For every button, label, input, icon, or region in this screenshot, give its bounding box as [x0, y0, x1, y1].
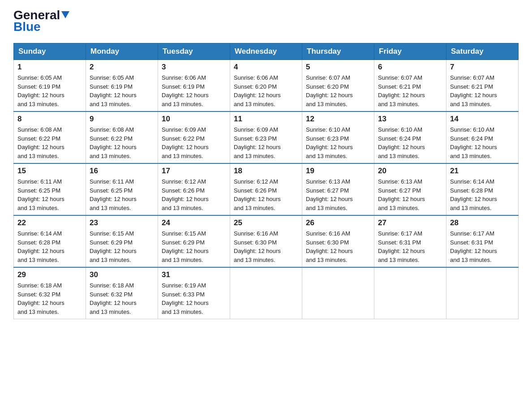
day-number: 9: [90, 115, 154, 124]
calendar-cell: 9 Sunrise: 6:08 AMSunset: 6:22 PMDayligh…: [86, 111, 158, 163]
weekday-header-sunday: Sunday: [14, 43, 86, 60]
calendar-cell: 3 Sunrise: 6:06 AMSunset: 6:19 PMDayligh…: [158, 60, 230, 112]
day-info: Sunrise: 6:07 AMSunset: 6:20 PMDaylight:…: [306, 73, 370, 108]
calendar-cell: 6 Sunrise: 6:07 AMSunset: 6:21 PMDayligh…: [374, 60, 446, 112]
week-row-5: 29 Sunrise: 6:18 AMSunset: 6:32 PMDaylig…: [14, 267, 519, 319]
day-number: 2: [90, 63, 154, 72]
day-info: Sunrise: 6:15 AMSunset: 6:29 PMDaylight:…: [90, 229, 154, 264]
calendar-cell: 5 Sunrise: 6:07 AMSunset: 6:20 PMDayligh…: [302, 60, 374, 112]
day-info: Sunrise: 6:16 AMSunset: 6:30 PMDaylight:…: [306, 229, 370, 264]
day-info: Sunrise: 6:13 AMSunset: 6:27 PMDaylight:…: [378, 177, 442, 212]
day-info: Sunrise: 6:12 AMSunset: 6:26 PMDaylight:…: [162, 177, 226, 212]
calendar-cell: 7 Sunrise: 6:07 AMSunset: 6:21 PMDayligh…: [446, 60, 519, 112]
weekday-header-monday: Monday: [86, 43, 158, 60]
day-info: Sunrise: 6:11 AMSunset: 6:25 PMDaylight:…: [90, 177, 154, 212]
calendar-cell: 1 Sunrise: 6:05 AMSunset: 6:19 PMDayligh…: [14, 60, 86, 112]
calendar-cell: 28 Sunrise: 6:17 AMSunset: 6:31 PMDaylig…: [446, 215, 519, 267]
calendar-cell: 12 Sunrise: 6:10 AMSunset: 6:23 PMDaylig…: [302, 111, 374, 163]
day-info: Sunrise: 6:06 AMSunset: 6:19 PMDaylight:…: [162, 73, 226, 108]
day-number: 14: [450, 115, 515, 124]
calendar-cell: [302, 267, 374, 319]
weekday-header-wednesday: Wednesday: [230, 43, 302, 60]
calendar-cell: [446, 267, 519, 319]
calendar-cell: 4 Sunrise: 6:06 AMSunset: 6:20 PMDayligh…: [230, 60, 302, 112]
calendar-cell: 19 Sunrise: 6:13 AMSunset: 6:27 PMDaylig…: [302, 163, 374, 215]
day-info: Sunrise: 6:09 AMSunset: 6:22 PMDaylight:…: [162, 125, 226, 160]
day-number: 22: [17, 218, 82, 227]
calendar-cell: 27 Sunrise: 6:17 AMSunset: 6:31 PMDaylig…: [374, 215, 446, 267]
weekday-header-friday: Friday: [374, 43, 446, 60]
day-number: 30: [90, 270, 154, 279]
day-number: 21: [450, 167, 515, 176]
logo: General Blue: [13, 9, 70, 34]
day-info: Sunrise: 6:14 AMSunset: 6:28 PMDaylight:…: [450, 177, 515, 212]
day-number: 7: [450, 63, 515, 72]
calendar-cell: 25 Sunrise: 6:16 AMSunset: 6:30 PMDaylig…: [230, 215, 302, 267]
day-number: 31: [162, 270, 226, 279]
day-number: 10: [162, 115, 226, 124]
calendar-cell: 8 Sunrise: 6:08 AMSunset: 6:22 PMDayligh…: [14, 111, 86, 163]
day-info: Sunrise: 6:18 AMSunset: 6:32 PMDaylight:…: [90, 281, 154, 316]
calendar-cell: 17 Sunrise: 6:12 AMSunset: 6:26 PMDaylig…: [158, 163, 230, 215]
calendar-cell: 22 Sunrise: 6:14 AMSunset: 6:28 PMDaylig…: [14, 215, 86, 267]
calendar-cell: 24 Sunrise: 6:15 AMSunset: 6:29 PMDaylig…: [158, 215, 230, 267]
calendar-cell: 13 Sunrise: 6:10 AMSunset: 6:24 PMDaylig…: [374, 111, 446, 163]
day-number: 23: [90, 218, 154, 227]
day-info: Sunrise: 6:12 AMSunset: 6:26 PMDaylight:…: [234, 177, 298, 212]
day-number: 25: [234, 218, 298, 227]
week-row-2: 8 Sunrise: 6:08 AMSunset: 6:22 PMDayligh…: [14, 111, 519, 163]
calendar-cell: 18 Sunrise: 6:12 AMSunset: 6:26 PMDaylig…: [230, 163, 302, 215]
day-number: 17: [162, 167, 226, 176]
calendar-cell: 26 Sunrise: 6:16 AMSunset: 6:30 PMDaylig…: [302, 215, 374, 267]
day-info: Sunrise: 6:18 AMSunset: 6:32 PMDaylight:…: [17, 281, 82, 316]
day-info: Sunrise: 6:11 AMSunset: 6:25 PMDaylight:…: [17, 177, 82, 212]
logo-blue-text: Blue: [13, 20, 41, 34]
day-info: Sunrise: 6:10 AMSunset: 6:23 PMDaylight:…: [306, 125, 370, 160]
day-info: Sunrise: 6:07 AMSunset: 6:21 PMDaylight:…: [378, 73, 442, 108]
calendar-cell: [374, 267, 446, 319]
day-info: Sunrise: 6:17 AMSunset: 6:31 PMDaylight:…: [450, 229, 515, 264]
day-number: 18: [234, 167, 298, 176]
weekday-header-thursday: Thursday: [302, 43, 374, 60]
day-info: Sunrise: 6:10 AMSunset: 6:24 PMDaylight:…: [378, 125, 442, 160]
day-number: 20: [378, 167, 442, 176]
day-number: 8: [17, 115, 82, 124]
calendar-cell: 29 Sunrise: 6:18 AMSunset: 6:32 PMDaylig…: [14, 267, 86, 319]
day-info: Sunrise: 6:14 AMSunset: 6:28 PMDaylight:…: [17, 229, 82, 264]
calendar-cell: 2 Sunrise: 6:05 AMSunset: 6:19 PMDayligh…: [86, 60, 158, 112]
day-number: 29: [17, 270, 82, 279]
day-number: 27: [378, 218, 442, 227]
day-info: Sunrise: 6:15 AMSunset: 6:29 PMDaylight:…: [162, 229, 226, 264]
day-info: Sunrise: 6:16 AMSunset: 6:30 PMDaylight:…: [234, 229, 298, 264]
day-number: 4: [234, 63, 298, 72]
day-number: 12: [306, 115, 370, 124]
day-number: 24: [162, 218, 226, 227]
day-number: 11: [234, 115, 298, 124]
week-row-4: 22 Sunrise: 6:14 AMSunset: 6:28 PMDaylig…: [14, 215, 519, 267]
day-number: 5: [306, 63, 370, 72]
calendar-cell: 20 Sunrise: 6:13 AMSunset: 6:27 PMDaylig…: [374, 163, 446, 215]
day-number: 26: [306, 218, 370, 227]
day-info: Sunrise: 6:09 AMSunset: 6:23 PMDaylight:…: [234, 125, 298, 160]
logo-triangle-icon: [60, 9, 70, 19]
calendar-cell: 11 Sunrise: 6:09 AMSunset: 6:23 PMDaylig…: [230, 111, 302, 163]
weekday-header-saturday: Saturday: [446, 43, 519, 60]
day-number: 15: [17, 167, 82, 176]
day-info: Sunrise: 6:08 AMSunset: 6:22 PMDaylight:…: [17, 125, 82, 160]
day-info: Sunrise: 6:17 AMSunset: 6:31 PMDaylight:…: [378, 229, 442, 264]
day-number: 16: [90, 167, 154, 176]
day-info: Sunrise: 6:08 AMSunset: 6:22 PMDaylight:…: [90, 125, 154, 160]
day-info: Sunrise: 6:05 AMSunset: 6:19 PMDaylight:…: [90, 73, 154, 108]
day-info: Sunrise: 6:10 AMSunset: 6:24 PMDaylight:…: [450, 125, 515, 160]
calendar-cell: 21 Sunrise: 6:14 AMSunset: 6:28 PMDaylig…: [446, 163, 519, 215]
calendar-cell: 30 Sunrise: 6:18 AMSunset: 6:32 PMDaylig…: [86, 267, 158, 319]
day-number: 3: [162, 63, 226, 72]
week-row-1: 1 Sunrise: 6:05 AMSunset: 6:19 PMDayligh…: [14, 60, 519, 112]
calendar-cell: 10 Sunrise: 6:09 AMSunset: 6:22 PMDaylig…: [158, 111, 230, 163]
day-info: Sunrise: 6:19 AMSunset: 6:33 PMDaylight:…: [162, 281, 226, 316]
calendar-table: SundayMondayTuesdayWednesdayThursdayFrid…: [13, 43, 519, 319]
day-number: 19: [306, 167, 370, 176]
calendar-cell: 15 Sunrise: 6:11 AMSunset: 6:25 PMDaylig…: [14, 163, 86, 215]
page-header: General Blue: [13, 9, 519, 34]
week-row-3: 15 Sunrise: 6:11 AMSunset: 6:25 PMDaylig…: [14, 163, 519, 215]
